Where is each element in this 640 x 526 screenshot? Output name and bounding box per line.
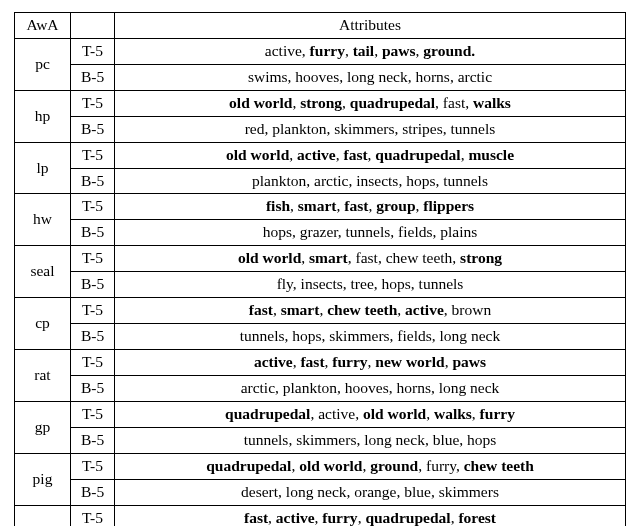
row-type-top: T-5: [71, 505, 115, 526]
attribute-token: plains: [440, 223, 477, 240]
separator: ,: [456, 457, 464, 474]
attribute-token: smart: [281, 301, 320, 318]
separator: ,: [390, 223, 398, 240]
attribute-token: tunnels: [443, 172, 488, 189]
attribute-cell-top: quadrupedal, old world, ground, furry, c…: [115, 453, 626, 479]
attribute-token: skimmers: [329, 327, 389, 344]
separator: ,: [435, 94, 443, 111]
table-row: pcT-5active, furry, tail, paws, ground.: [15, 38, 626, 64]
attribute-token: strong: [300, 94, 342, 111]
attribute-token: tunnels: [419, 275, 464, 292]
table-row: B-5red, plankton, skimmers, stripes, tun…: [15, 116, 626, 142]
attribute-token: old world: [229, 94, 292, 111]
separator: ,: [292, 94, 300, 111]
attributes-table: AwA Attributes pcT-5active, furry, tail,…: [14, 12, 626, 526]
attribute-token: swims: [248, 68, 288, 85]
table-row: cpT-5fast, smart, chew teeth, active, br…: [15, 298, 626, 324]
separator: ,: [397, 301, 405, 318]
class-label: lp: [15, 142, 71, 194]
attribute-token: fast: [300, 353, 324, 370]
attribute-token: smart: [298, 197, 337, 214]
class-label: hw: [15, 194, 71, 246]
attribute-cell-top: active, fast, furry, new world, paws: [115, 349, 626, 375]
separator: ,: [452, 249, 460, 266]
attribute-cell-top: fast, smart, chew teeth, active, brown: [115, 298, 626, 324]
attribute-cell-bottom: desert, long neck, orange, blue, skimmer…: [115, 479, 626, 505]
attribute-token: fast: [249, 301, 273, 318]
separator: ,: [355, 405, 363, 422]
table-header-row: AwA Attributes: [15, 13, 626, 39]
attribute-cell-top: fast, active, furry, quadrupedal, forest: [115, 505, 626, 526]
attribute-token: skimmers: [296, 431, 356, 448]
table-row: B-5swims, hooves, long neck, horns, arct…: [15, 64, 626, 90]
attribute-token: walks: [434, 405, 472, 422]
attribute-token: fly: [277, 275, 293, 292]
separator: ,: [374, 275, 382, 292]
attribute-token: hops: [263, 223, 292, 240]
class-label: hp: [15, 90, 71, 142]
separator: ,: [411, 275, 419, 292]
attribute-cell-top: quadrupedal, active, old world, walks, f…: [115, 401, 626, 427]
separator: ,: [273, 301, 281, 318]
separator: ,: [368, 197, 376, 214]
separator: ,: [443, 120, 451, 137]
attribute-token: hooves: [295, 68, 339, 85]
attribute-cell-top: old world, active, fast, quadrupedal, mu…: [115, 142, 626, 168]
table-row: pigT-5quadrupedal, old world, ground, fu…: [15, 453, 626, 479]
header-awa: AwA: [15, 13, 71, 39]
table-row: B-5tunnels, hops, skimmers, fields, long…: [15, 324, 626, 350]
table-row: B-5tunnels, skimmers, long neck, blue, h…: [15, 427, 626, 453]
row-type-bottom: B-5: [71, 220, 115, 246]
attribute-token: arctic: [241, 379, 275, 396]
attribute-token: fast: [344, 197, 368, 214]
row-type-top: T-5: [71, 246, 115, 272]
separator: ,: [431, 379, 439, 396]
attribute-cell-bottom: tunnels, hops, skimmers, fields, long ne…: [115, 324, 626, 350]
attribute-token: skimmers: [439, 483, 499, 500]
attribute-token: long neck: [286, 483, 347, 500]
attribute-cell-bottom: swims, hooves, long neck, horns, arctic: [115, 64, 626, 90]
row-type-bottom: B-5: [71, 375, 115, 401]
table-row: B-5arctic, plankton, hooves, horns, long…: [15, 375, 626, 401]
separator: ,: [292, 223, 300, 240]
header-blank: [71, 13, 115, 39]
attribute-cell-bottom: plankton, arctic, insects, hops, tunnels: [115, 168, 626, 194]
attribute-token: tunnels: [244, 431, 289, 448]
row-type-top: T-5: [71, 194, 115, 220]
table-row: hwT-5fish, smart, fast, group, flippers: [15, 194, 626, 220]
separator: ,: [306, 172, 314, 189]
attribute-token: chew teeth: [464, 457, 534, 474]
header-attributes: Attributes: [115, 13, 626, 39]
attribute-token: active: [276, 509, 315, 526]
separator: ,: [275, 379, 283, 396]
separator: ,: [425, 431, 433, 448]
row-type-bottom: B-5: [71, 168, 115, 194]
table-row: sealT-5old world, smart, fast, chew teet…: [15, 246, 626, 272]
attribute-token: long neck: [439, 379, 500, 396]
attribute-token: furry: [332, 353, 367, 370]
separator: ,: [338, 223, 346, 240]
separator: ,: [310, 405, 318, 422]
row-type-bottom: B-5: [71, 116, 115, 142]
attribute-token: horns: [396, 379, 430, 396]
separator: ,: [374, 42, 382, 59]
attribute-token: fields: [397, 327, 431, 344]
table-row: hpT-5old world, strong, quadrupedal, fas…: [15, 90, 626, 116]
attribute-token: muscle: [468, 146, 514, 163]
attribute-token: fast: [244, 509, 268, 526]
table-row: B-5fly, insects, tree, hops, tunnels: [15, 272, 626, 298]
attribute-token: quadrupedal: [350, 94, 435, 111]
separator: ,: [339, 68, 347, 85]
separator: ,: [293, 275, 301, 292]
attribute-cell-bottom: fly, insects, tree, hops, tunnels: [115, 272, 626, 298]
separator: ,: [432, 327, 440, 344]
separator: ,: [398, 172, 406, 189]
separator: ,: [450, 68, 458, 85]
attribute-token: new world: [375, 353, 444, 370]
row-type-top: T-5: [71, 349, 115, 375]
row-type-top: T-5: [71, 38, 115, 64]
attribute-token: paws: [382, 42, 416, 59]
attribute-token: tunnels: [346, 223, 391, 240]
separator: ,: [472, 405, 480, 422]
attribute-token: tunnels: [451, 120, 496, 137]
